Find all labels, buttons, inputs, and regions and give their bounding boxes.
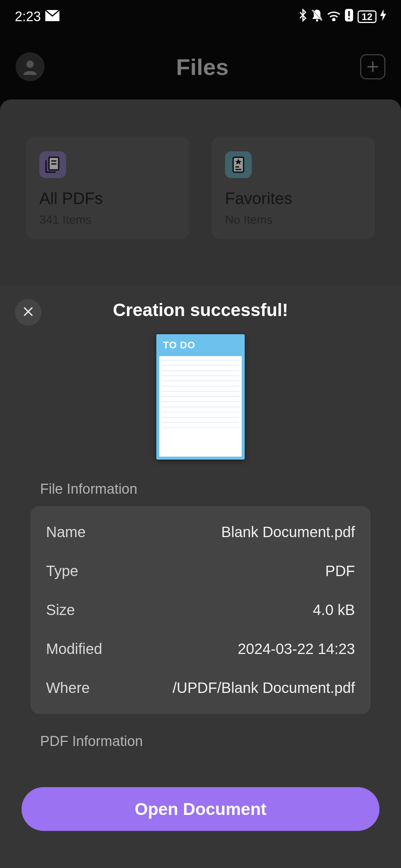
creation-sheet: Creation successful! TO DO File Informat… bbox=[0, 286, 401, 868]
wifi-icon bbox=[327, 9, 340, 24]
svg-point-1 bbox=[316, 19, 318, 22]
battery-level: 12 bbox=[362, 11, 372, 22]
mail-icon bbox=[45, 9, 59, 24]
info-row-size: Size 4.0 kB bbox=[46, 591, 355, 629]
info-key: Name bbox=[46, 524, 86, 540]
bluetooth-icon bbox=[299, 9, 307, 25]
battery-icon: 12 bbox=[358, 10, 376, 23]
info-key: Size bbox=[46, 602, 75, 618]
info-row-modified: Modified 2024-03-22 14:23 bbox=[46, 629, 355, 668]
file-info-label: File Information bbox=[15, 481, 386, 497]
sheet-title: Creation successful! bbox=[113, 300, 288, 320]
info-row-where: Where /UPDF/Blank Document.pdf bbox=[46, 668, 355, 707]
info-row-name: Name Blank Document.pdf bbox=[46, 513, 355, 552]
info-key: Modified bbox=[46, 641, 102, 657]
info-val: Blank Document.pdf bbox=[221, 524, 355, 540]
info-row-type: Type PDF bbox=[46, 552, 355, 591]
info-val: /UPDF/Blank Document.pdf bbox=[173, 680, 355, 696]
svg-point-4 bbox=[333, 19, 335, 21]
alert-icon bbox=[344, 9, 354, 25]
svg-rect-7 bbox=[348, 18, 350, 19]
info-key: Where bbox=[46, 680, 90, 696]
open-document-label: Open Document bbox=[134, 799, 266, 819]
svg-marker-8 bbox=[380, 9, 386, 21]
file-info-card: Name Blank Document.pdf Type PDF Size 4.… bbox=[30, 506, 371, 714]
charging-icon bbox=[380, 9, 386, 24]
info-val: PDF bbox=[325, 563, 355, 579]
status-time: 2:23 bbox=[15, 9, 41, 24]
thumbnail-header: TO DO bbox=[159, 337, 242, 356]
document-thumbnail: TO DO bbox=[15, 334, 386, 460]
close-button[interactable] bbox=[15, 299, 42, 326]
thumbnail-page bbox=[159, 356, 242, 457]
pdf-info-label: PDF Information bbox=[15, 733, 386, 749]
svg-rect-6 bbox=[348, 11, 350, 16]
info-val: 2024-03-22 14:23 bbox=[238, 641, 355, 657]
open-document-button[interactable]: Open Document bbox=[22, 787, 379, 831]
notifications-off-icon bbox=[311, 9, 323, 25]
info-key: Type bbox=[46, 563, 78, 579]
info-val: 4.0 kB bbox=[313, 602, 355, 618]
close-icon bbox=[22, 306, 34, 319]
status-bar: 2:23 12 bbox=[0, 0, 401, 33]
